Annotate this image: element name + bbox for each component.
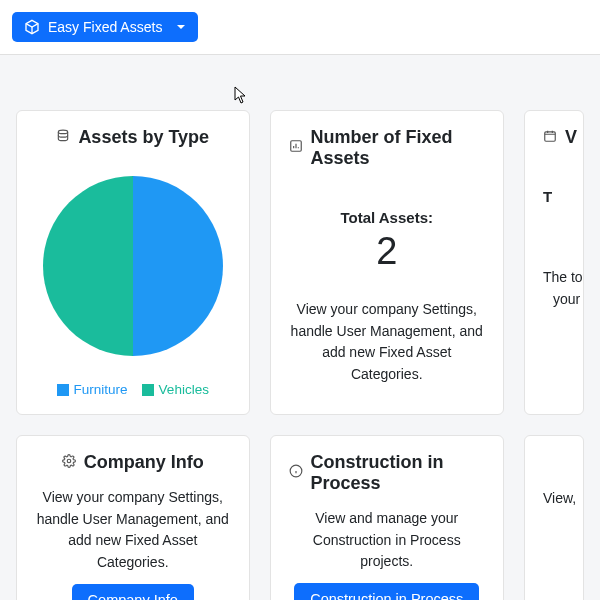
card-value-cutoff: V T The tota your [524,110,584,415]
total-assets-value: 2 [376,230,397,273]
legend-item-vehicles[interactable]: Vehicles [142,382,209,397]
company-info-button[interactable]: Company Info [72,584,194,600]
dashboard-row-1: Assets by Type Furniture Vehicles [16,110,584,415]
database-icon [56,129,70,147]
card-assets-by-type: Assets by Type Furniture Vehicles [16,110,250,415]
card-vendors-cutoff: View, [524,435,584,600]
card-header: Company Info [35,452,231,473]
total-label-fragment: T [543,188,552,205]
construction-in-process-button[interactable]: Construction in Process [294,583,479,600]
svg-point-0 [59,130,68,134]
card-title: V [565,127,577,148]
pie-chart[interactable] [43,176,223,356]
card-description-fragment: The tota your [543,267,584,310]
card-header: Construction in Process [289,452,485,494]
card-construction-in-process: Construction in Process View and manage … [270,435,504,600]
calendar-icon [543,129,557,147]
cube-icon [24,19,40,35]
card-header: V [543,127,583,148]
card-header: Number of Fixed Assets [289,127,485,169]
card-title: Construction in Process [311,452,485,494]
gear-icon [62,454,76,472]
dashboard-content: Assets by Type Furniture Vehicles [0,55,600,600]
card-description: View your company Settings, handle User … [289,299,485,386]
info-icon [289,464,303,482]
card-description-fragment: View, [543,488,576,510]
brand-dropdown-button[interactable]: Easy Fixed Assets [12,12,198,42]
svg-rect-2 [545,131,556,140]
card-company-info: Company Info View your company Settings,… [16,435,250,600]
legend-label: Furniture [74,382,128,397]
bar-chart-icon [289,139,303,157]
brand-label: Easy Fixed Assets [48,19,162,35]
card-description: View and manage your Construction in Pro… [289,508,485,573]
total-assets-label: Total Assets: [340,209,433,226]
card-title: Assets by Type [78,127,209,148]
swatch-icon [142,384,154,396]
svg-point-3 [67,459,71,463]
card-header: Assets by Type [35,127,231,148]
legend-label: Vehicles [159,382,209,397]
topbar: Easy Fixed Assets [0,0,600,55]
legend-item-furniture[interactable]: Furniture [57,382,128,397]
card-title: Company Info [84,452,204,473]
card-description: View your company Settings, handle User … [35,487,231,574]
dashboard-row-2: Company Info View your company Settings,… [16,435,584,600]
chevron-down-icon [176,22,186,32]
card-title: Number of Fixed Assets [311,127,485,169]
card-header [543,452,583,474]
swatch-icon [57,384,69,396]
chart-legend: Furniture Vehicles [57,382,209,397]
card-number-fixed-assets: Number of Fixed Assets Total Assets: 2 V… [270,110,504,415]
